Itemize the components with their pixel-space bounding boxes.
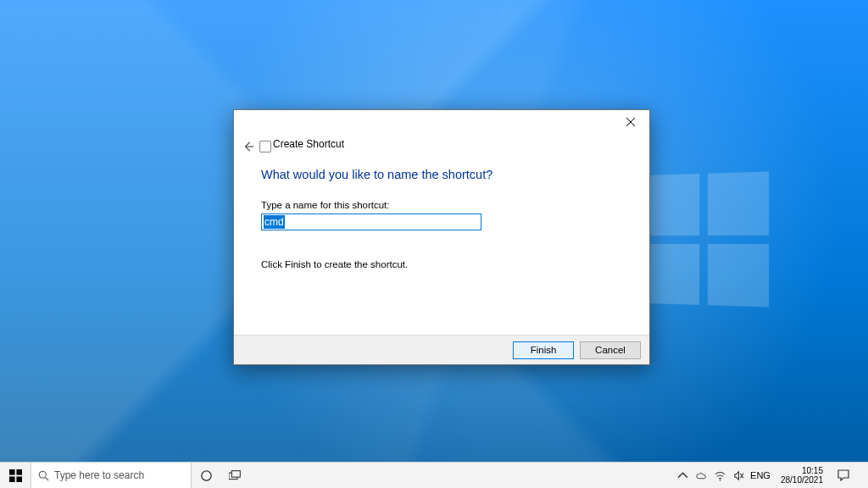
wizard-hint: Click Finish to create the shortcut. (261, 259, 622, 269)
svg-rect-6 (16, 476, 22, 482)
taskbar-search[interactable]: Type here to search (31, 463, 192, 488)
tray-network[interactable] (713, 469, 726, 482)
svg-rect-3 (9, 469, 15, 475)
windows-start-icon (9, 469, 22, 482)
svg-line-8 (45, 477, 48, 480)
action-center-button[interactable] (833, 469, 854, 481)
shortcut-name-label: Type a name for this shortcut: (261, 200, 622, 210)
tray-onedrive[interactable] (694, 469, 708, 482)
shortcut-name-input[interactable] (261, 214, 481, 230)
arrow-left-icon (242, 141, 254, 152)
svg-rect-5 (9, 476, 15, 482)
tray-clock[interactable]: 10:15 28/10/2021 (776, 466, 828, 485)
start-button[interactable] (0, 463, 31, 488)
windows-logo-wallpaper (642, 172, 770, 308)
wifi-icon (715, 470, 726, 481)
wizard-heading: What would you like to name the shortcut… (261, 168, 622, 181)
shortcut-wizard-icon (259, 141, 271, 152)
cortana-circle-icon (200, 469, 213, 482)
tray-date: 28/10/2021 (781, 475, 823, 485)
create-shortcut-dialog: Create Shortcut What would you like to n… (233, 109, 650, 365)
dialog-footer: Finish Cancel (234, 335, 649, 364)
cortana-button[interactable] (192, 463, 220, 488)
close-icon (626, 118, 635, 126)
speaker-icon (733, 470, 744, 481)
svg-point-12 (719, 479, 721, 480)
task-view-icon (229, 469, 242, 482)
dialog-titlebar: Create Shortcut (234, 110, 649, 151)
taskbar-search-placeholder: Type here to search (54, 469, 144, 481)
cloud-icon (696, 470, 707, 481)
notification-icon (837, 469, 849, 481)
tray-language[interactable]: ENG (750, 470, 771, 480)
shortcut-name-field-wrap: cmd (261, 214, 483, 232)
svg-rect-4 (16, 469, 22, 475)
back-button[interactable] (241, 139, 256, 154)
dialog-body: What would you like to name the shortcut… (234, 151, 649, 335)
task-view-button[interactable] (220, 463, 249, 488)
system-tray: ENG 10:15 28/10/2021 (672, 463, 868, 488)
taskbar: Type here to search (0, 462, 868, 488)
chevron-up-icon (677, 470, 688, 481)
svg-rect-11 (231, 470, 240, 477)
taskbar-spacer (249, 463, 672, 488)
close-button[interactable] (611, 110, 649, 134)
tray-volume[interactable] (732, 469, 745, 482)
dialog-title: Create Shortcut (273, 138, 344, 150)
svg-point-7 (39, 471, 46, 478)
tray-time: 10:15 (781, 466, 823, 475)
finish-button[interactable]: Finish (513, 341, 574, 359)
cancel-button[interactable]: Cancel (580, 341, 641, 359)
search-icon (38, 470, 49, 481)
svg-point-9 (201, 470, 210, 480)
tray-overflow-button[interactable] (676, 469, 689, 482)
